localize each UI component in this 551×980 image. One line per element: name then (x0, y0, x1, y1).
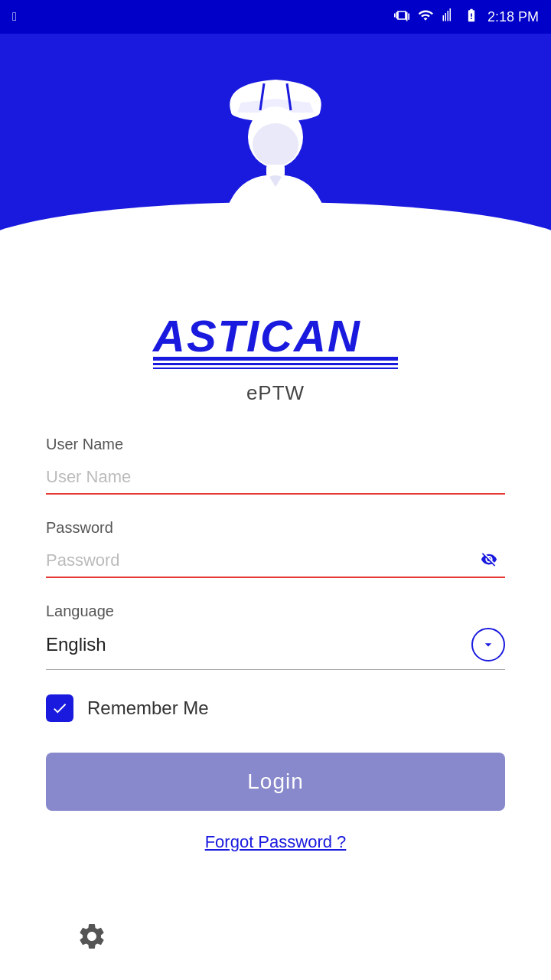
svg-rect-12 (264, 368, 287, 369)
app-subtitle: ePTW (246, 381, 305, 405)
hero-banner (0, 34, 551, 256)
username-label: User Name (46, 436, 505, 453)
password-label: Password (46, 519, 505, 537)
forgot-password-link[interactable]: Forgot Password ? (205, 832, 347, 851)
username-input-wrap (46, 461, 505, 495)
status-time: 2:18 PM (487, 9, 539, 25)
checkmark-icon (51, 700, 68, 717)
login-button[interactable]: Login (46, 753, 505, 811)
remember-me-label: Remember Me (87, 697, 209, 719)
notification-icon:  (12, 10, 17, 24)
language-field-group: Language English (46, 603, 505, 670)
toggle-password-icon[interactable] (478, 550, 500, 573)
svg-rect-5 (266, 165, 285, 177)
logo-area: ASTICAN ePTW (46, 309, 505, 405)
password-input[interactable] (46, 544, 505, 578)
language-dropdown-button[interactable] (471, 628, 505, 662)
remember-me-row: Remember Me (46, 694, 505, 722)
brand-logo: ASTICAN (145, 309, 406, 371)
status-bar:  2:18 PM (0, 0, 551, 34)
username-field-group: User Name (46, 436, 505, 495)
svg-rect-11 (264, 363, 287, 365)
language-value: English (46, 634, 471, 655)
password-input-wrap (46, 544, 505, 578)
username-input[interactable] (46, 461, 505, 495)
signal-icon (442, 8, 455, 26)
worker-illustration (199, 60, 352, 229)
remember-me-checkbox[interactable] (46, 694, 73, 722)
svg-point-4 (253, 123, 298, 166)
svg-text:ASTICAN: ASTICAN (152, 311, 361, 361)
language-label: Language (46, 603, 505, 620)
wifi-icon (417, 8, 434, 26)
vibrate-icon (394, 8, 409, 26)
login-form: User Name Password Language English (46, 436, 505, 852)
settings-icon[interactable] (77, 926, 107, 958)
chevron-down-icon (481, 637, 496, 652)
settings-area (46, 898, 505, 980)
main-content: ASTICAN ePTW User Name Password (0, 256, 551, 980)
password-field-group: Password (46, 519, 505, 578)
language-field-wrap: English (46, 628, 505, 670)
battery-icon (463, 8, 480, 26)
svg-rect-10 (264, 357, 287, 361)
